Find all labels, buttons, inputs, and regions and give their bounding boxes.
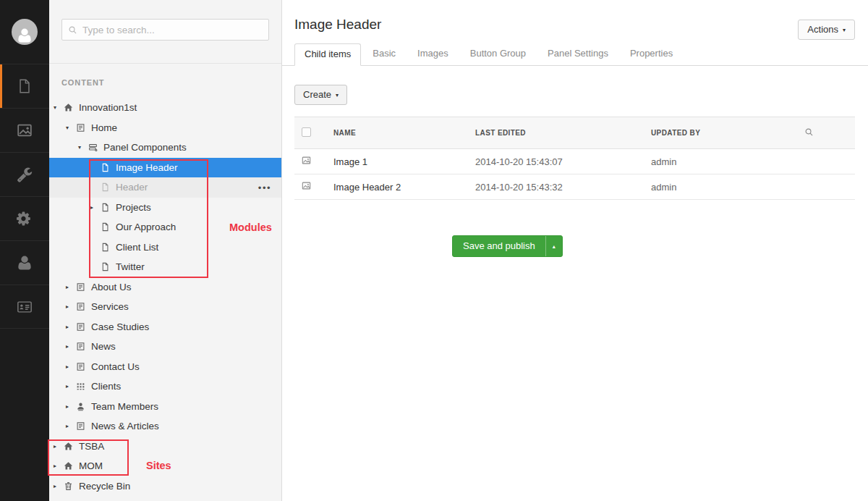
expander-collapsed-icon[interactable]: ▸: [66, 343, 76, 350]
expander-collapsed-icon[interactable]: ▸: [66, 303, 76, 310]
expander-collapsed-icon[interactable]: ▸: [66, 284, 76, 290]
actions-button[interactable]: Actions ▾: [798, 20, 855, 40]
avatar-circle: [12, 19, 38, 45]
actions-button-label: Actions: [807, 24, 838, 35]
tree-node-label: About Us: [91, 282, 132, 292]
rail-item-content-document[interactable]: [0, 64, 49, 108]
tree-node-label: Team Members: [91, 401, 158, 412]
table-search-icon[interactable]: [804, 127, 814, 137]
members-card-icon: [17, 299, 33, 315]
tree-node-home[interactable]: ▾Home: [49, 118, 281, 138]
tab-properties[interactable]: Properties: [620, 43, 683, 65]
tree-node-panel-components[interactable]: ▾Panel Components: [49, 138, 281, 158]
tree-node-recycle-bin[interactable]: ▸Recycle Bin: [49, 476, 281, 497]
tab-basic[interactable]: Basic: [362, 43, 406, 65]
expander-collapsed-icon[interactable]: ▸: [66, 403, 76, 410]
child-items-table: NAMELAST EDITEDUPDATED BY Image 12014-10…: [294, 117, 855, 200]
table-row-image-header-2[interactable]: Image Header 22014-10-20 15:43:32admin: [294, 174, 855, 200]
tab-child-items[interactable]: Child items: [294, 43, 361, 66]
expander-collapsed-icon[interactable]: ▸: [54, 483, 64, 489]
tree-node-label: Clients: [91, 381, 121, 392]
media-image-icon: [302, 181, 311, 190]
row-icon-cell: [294, 174, 326, 200]
tree-node-label: Header: [116, 182, 148, 193]
expander-collapsed-icon[interactable]: ▸: [54, 463, 64, 469]
tree-node-image-header[interactable]: Image Header: [49, 158, 281, 178]
tree-node-news[interactable]: ▸News: [49, 337, 281, 357]
user-avatar[interactable]: [0, 0, 49, 64]
row-empty-cell: [797, 174, 855, 200]
tree-node-label: Our Approach: [116, 222, 176, 232]
tree-node-news-articles[interactable]: ▸News & Articles: [49, 416, 281, 437]
rail-item-settings-wrench[interactable]: [0, 152, 49, 196]
tree-section-label: CONTENT: [61, 78, 281, 87]
expander-expanded-icon[interactable]: ▾: [66, 125, 76, 131]
settings-wrench-icon: [17, 167, 33, 182]
tree-node-services[interactable]: ▸Services: [49, 297, 281, 317]
create-button[interactable]: Create ▾: [294, 85, 347, 105]
app: CONTENT ▾Innovation1st▾Home▾Panel Compon…: [0, 0, 868, 501]
nav-rail: [0, 0, 49, 501]
modules-annotation-label: Modules: [229, 222, 272, 233]
users-person-icon: [17, 255, 33, 271]
tree-node-twitter[interactable]: Twitter: [49, 257, 281, 277]
table-search-cell: [797, 117, 855, 149]
tree-node-label: MOM: [79, 460, 103, 471]
expander-collapsed-icon[interactable]: ▸: [66, 324, 76, 330]
row-name[interactable]: Image Header 2: [326, 174, 468, 200]
row-last-edited: 2014-10-20 15:43:07: [468, 149, 644, 174]
tree-node-projects[interactable]: ▸Projects: [49, 198, 281, 218]
tab-button-group[interactable]: Button Group: [460, 43, 536, 65]
tree-node-tsba[interactable]: ▸TSBA: [49, 437, 281, 457]
tree-node-clients[interactable]: ▸Clients: [49, 376, 281, 397]
page-icon: [76, 322, 91, 332]
home-icon: [64, 442, 79, 451]
save-and-publish-button[interactable]: Save and publish ▴: [452, 235, 563, 257]
rail-item-developer-gear[interactable]: [0, 196, 49, 240]
tree-node-label: Contact Us: [91, 361, 140, 372]
page-icon: [76, 362, 91, 371]
tree-node-case-studies[interactable]: ▸Case Studies: [49, 317, 281, 337]
column-header-name: NAME: [326, 117, 468, 149]
tree-node-team-members[interactable]: ▸Team Members: [49, 397, 281, 417]
tab-panel-settings[interactable]: Panel Settings: [537, 43, 618, 65]
expander-collapsed-icon[interactable]: ▸: [90, 204, 101, 211]
node-options-ellipsis[interactable]: •••: [258, 182, 271, 193]
page-icon: [76, 342, 91, 351]
tree-node-label: Home: [91, 122, 117, 133]
tree-node-label: Client List: [116, 242, 158, 253]
row-updated-by: admin: [644, 174, 797, 200]
column-header-last-edited: LAST EDITED: [468, 117, 644, 149]
search-input[interactable]: [82, 25, 263, 35]
tab-images[interactable]: Images: [407, 43, 459, 65]
save-options-toggle[interactable]: ▴: [545, 236, 562, 256]
search-box: [61, 19, 269, 41]
tree-node-contact-us[interactable]: ▸Contact Us: [49, 357, 281, 377]
tree-node-client-list[interactable]: Client List: [49, 237, 281, 258]
page-icon: [76, 123, 91, 132]
table-row-image-1[interactable]: Image 12014-10-20 15:43:07admin: [294, 149, 855, 174]
rail-item-members-card[interactable]: [0, 285, 49, 329]
expander-collapsed-icon[interactable]: ▸: [54, 443, 64, 450]
tree-node-about-us[interactable]: ▸About Us: [49, 277, 281, 298]
content-document-icon: [17, 78, 33, 94]
tree-node-innovation1st[interactable]: ▾Innovation1st: [49, 98, 281, 118]
rail-item-users-person[interactable]: [0, 240, 49, 285]
expander-collapsed-icon[interactable]: ▸: [66, 383, 76, 390]
tree-node-label: Panel Components: [103, 142, 187, 153]
components-icon: [88, 143, 103, 152]
row-name[interactable]: Image 1: [326, 149, 468, 174]
column-header-updated-by: UPDATED BY: [644, 117, 797, 149]
rail-item-media-image[interactable]: [0, 108, 49, 152]
caret-up-icon: ▴: [553, 244, 556, 250]
select-all-checkbox[interactable]: [302, 127, 311, 137]
row-empty-cell: [797, 149, 855, 174]
tree-node-label: Case Studies: [91, 321, 149, 332]
nav-rail-items: [0, 64, 49, 329]
expander-collapsed-icon[interactable]: ▸: [66, 363, 76, 370]
expander-expanded-icon[interactable]: ▾: [78, 144, 88, 151]
tree-node-header[interactable]: Header•••: [49, 177, 281, 198]
expander-expanded-icon[interactable]: ▾: [54, 104, 64, 111]
page-icon: [76, 302, 91, 311]
expander-collapsed-icon[interactable]: ▸: [66, 423, 76, 429]
